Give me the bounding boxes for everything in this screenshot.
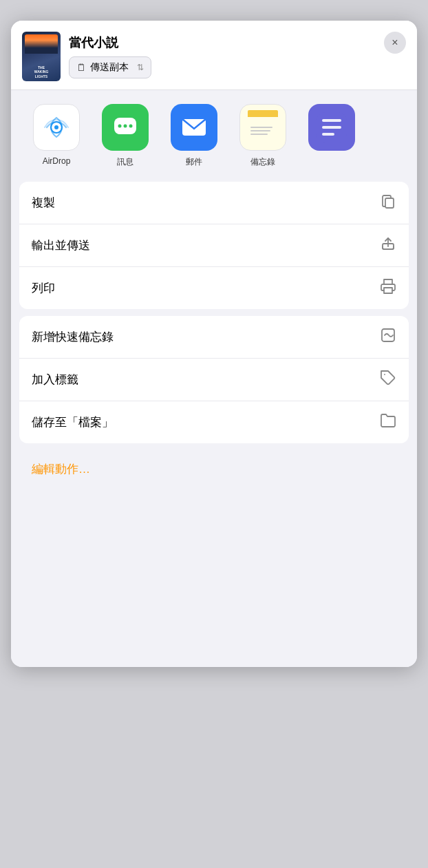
svg-rect-10	[322, 126, 341, 129]
export-label: 輸出並傳送	[32, 237, 90, 253]
bottom-spacer	[11, 495, 417, 667]
print-icon	[380, 278, 396, 298]
quick-note-label: 新增快速備忘錄	[32, 329, 114, 345]
header-info: 當代小説 🗒 傳送副本 ⇅	[69, 34, 406, 78]
format-label: 傳送副本	[90, 61, 129, 74]
notes-label: 備忘錄	[250, 156, 275, 168]
action-save-files[interactable]: 儲存至「檔案」	[19, 401, 409, 443]
action-copy[interactable]: 複製	[19, 182, 409, 224]
copy-label: 複製	[32, 195, 55, 211]
more-app-svg	[317, 112, 347, 142]
app-row-wrapper: AirDrop 訊息	[11, 90, 417, 182]
section-advanced-actions: 新增快速備忘錄 加入標籤 儲存至「檔案」	[19, 316, 409, 443]
messages-icon-bg	[102, 104, 149, 151]
chevron-updown-icon: ⇅	[137, 63, 144, 72]
app-row: AirDrop 訊息	[11, 104, 417, 168]
svg-rect-12	[385, 198, 394, 208]
tag-icon	[380, 370, 396, 390]
svg-point-1	[54, 125, 58, 129]
messages-svg	[110, 112, 140, 142]
airdrop-svg	[41, 112, 72, 142]
svg-point-5	[124, 125, 127, 128]
edit-actions-row[interactable]: 編輯動作…	[19, 450, 409, 488]
more-app-icon	[308, 104, 355, 151]
mail-svg	[179, 112, 209, 142]
messages-label: 訊息	[117, 156, 133, 168]
close-button[interactable]: ×	[384, 32, 406, 54]
app-item-more[interactable]	[297, 104, 366, 168]
add-tag-label: 加入標籤	[32, 372, 78, 388]
action-quick-note[interactable]: 新增快速備忘錄	[19, 316, 409, 359]
export-icon	[380, 235, 396, 255]
svg-rect-9	[322, 119, 341, 122]
svg-point-4	[118, 125, 122, 128]
format-selector[interactable]: 🗒 傳送副本 ⇅	[69, 56, 151, 78]
svg-rect-11	[322, 133, 334, 136]
app-item-airdrop[interactable]: AirDrop	[22, 104, 91, 168]
share-sheet-header: THEWAKINGLIGHTS 當代小説 🗒 傳送副本 ⇅ ×	[11, 21, 417, 90]
print-label: 列印	[32, 280, 55, 296]
action-export[interactable]: 輸出並傳送	[19, 224, 409, 267]
mail-label: 郵件	[186, 156, 202, 168]
quick-note-icon	[380, 327, 396, 347]
app-item-notes[interactable]: 備忘錄	[228, 104, 297, 168]
edit-actions-label: 編輯動作…	[32, 463, 90, 476]
folder-icon	[380, 412, 396, 432]
notes-icon-bg	[239, 104, 286, 151]
app-item-mail[interactable]: 郵件	[160, 104, 228, 168]
book-cover: THEWAKINGLIGHTS	[22, 32, 61, 81]
notes-icon-inner	[248, 110, 278, 145]
svg-point-6	[129, 125, 133, 128]
save-files-label: 儲存至「檔案」	[32, 414, 114, 430]
book-title: 當代小説	[69, 34, 406, 51]
svg-rect-15	[384, 288, 392, 293]
airdrop-icon-bg	[33, 104, 80, 151]
mail-icon-bg	[171, 104, 217, 151]
action-add-tag[interactable]: 加入標籤	[19, 359, 409, 401]
app-item-messages[interactable]: 訊息	[91, 104, 160, 168]
document-icon: 🗒	[76, 62, 86, 73]
section-basic-actions: 複製 輸出並傳送 列印	[19, 182, 409, 309]
airdrop-label: AirDrop	[43, 156, 71, 166]
action-print[interactable]: 列印	[19, 267, 409, 309]
copy-icon	[380, 193, 396, 213]
share-sheet: THEWAKINGLIGHTS 當代小説 🗒 傳送副本 ⇅ ×	[11, 21, 417, 667]
section-edit-actions: 編輯動作…	[19, 450, 409, 488]
